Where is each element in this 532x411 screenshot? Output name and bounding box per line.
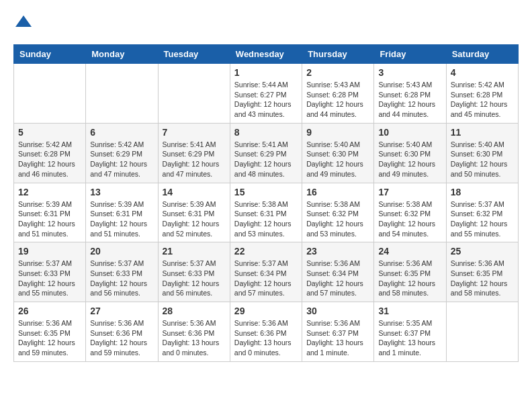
calendar-cell: 31Sunrise: 5:35 AM Sunset: 6:37 PM Dayli… <box>374 302 446 362</box>
weekday-header: Monday <box>86 45 158 64</box>
day-info: Sunrise: 5:39 AM Sunset: 6:31 PM Dayligh… <box>90 199 153 239</box>
day-number: 18 <box>451 187 514 197</box>
calendar-cell: 16Sunrise: 5:38 AM Sunset: 6:32 PM Dayli… <box>302 183 374 242</box>
calendar-cell: 4Sunrise: 5:42 AM Sunset: 6:28 PM Daylig… <box>446 64 518 124</box>
day-info: Sunrise: 5:36 AM Sunset: 6:34 PM Dayligh… <box>306 259 369 298</box>
day-number: 15 <box>234 187 298 197</box>
day-number: 6 <box>90 127 153 138</box>
day-info: Sunrise: 5:41 AM Sunset: 6:29 PM Dayligh… <box>234 140 298 179</box>
calendar-cell: 6Sunrise: 5:42 AM Sunset: 6:29 PM Daylig… <box>86 123 158 183</box>
day-number: 17 <box>378 187 441 197</box>
calendar-cell: 28Sunrise: 5:36 AM Sunset: 6:36 PM Dayli… <box>158 302 230 362</box>
calendar-cell <box>446 302 518 362</box>
calendar-week-row: 26Sunrise: 5:36 AM Sunset: 6:35 PM Dayli… <box>14 302 519 362</box>
calendar-week-row: 12Sunrise: 5:39 AM Sunset: 6:31 PM Dayli… <box>14 183 519 242</box>
day-info: Sunrise: 5:37 AM Sunset: 6:34 PM Dayligh… <box>234 259 298 298</box>
calendar-cell: 27Sunrise: 5:36 AM Sunset: 6:36 PM Dayli… <box>86 302 158 362</box>
day-number: 23 <box>306 246 369 257</box>
weekday-header: Wednesday <box>230 45 302 64</box>
calendar-cell: 8Sunrise: 5:41 AM Sunset: 6:29 PM Daylig… <box>230 123 302 183</box>
weekday-header: Saturday <box>446 45 518 64</box>
calendar-cell: 17Sunrise: 5:38 AM Sunset: 6:32 PM Dayli… <box>374 183 446 242</box>
calendar-cell: 25Sunrise: 5:36 AM Sunset: 6:35 PM Dayli… <box>446 242 518 302</box>
day-number: 25 <box>451 246 514 257</box>
day-number: 16 <box>306 187 369 197</box>
day-number: 14 <box>163 187 226 197</box>
day-info: Sunrise: 5:37 AM Sunset: 6:33 PM Dayligh… <box>18 259 81 298</box>
calendar-cell: 30Sunrise: 5:36 AM Sunset: 6:37 PM Dayli… <box>302 302 374 362</box>
day-number: 3 <box>378 67 441 78</box>
weekday-header: Sunday <box>14 45 86 64</box>
day-info: Sunrise: 5:38 AM Sunset: 6:31 PM Dayligh… <box>234 199 298 239</box>
weekday-header: Thursday <box>302 45 374 64</box>
calendar-cell <box>86 64 158 124</box>
weekday-header: Tuesday <box>158 45 230 64</box>
day-number: 4 <box>451 67 514 78</box>
day-info: Sunrise: 5:42 AM Sunset: 6:28 PM Dayligh… <box>18 140 81 179</box>
calendar: SundayMondayTuesdayWednesdayThursdayFrid… <box>13 44 519 362</box>
day-info: Sunrise: 5:36 AM Sunset: 6:35 PM Dayligh… <box>378 259 441 298</box>
calendar-cell: 24Sunrise: 5:36 AM Sunset: 6:35 PM Dayli… <box>374 242 446 302</box>
day-number: 22 <box>234 246 298 257</box>
day-number: 13 <box>90 187 153 197</box>
calendar-cell: 9Sunrise: 5:40 AM Sunset: 6:30 PM Daylig… <box>302 123 374 183</box>
calendar-week-row: 19Sunrise: 5:37 AM Sunset: 6:33 PM Dayli… <box>14 242 519 302</box>
page-header <box>13 13 519 34</box>
day-info: Sunrise: 5:36 AM Sunset: 6:37 PM Dayligh… <box>306 318 369 358</box>
day-info: Sunrise: 5:41 AM Sunset: 6:29 PM Dayligh… <box>163 140 226 179</box>
day-number: 30 <box>306 306 369 316</box>
day-info: Sunrise: 5:42 AM Sunset: 6:28 PM Dayligh… <box>451 80 514 120</box>
calendar-cell: 5Sunrise: 5:42 AM Sunset: 6:28 PM Daylig… <box>14 123 86 183</box>
logo-icon <box>13 13 34 34</box>
day-info: Sunrise: 5:36 AM Sunset: 6:36 PM Dayligh… <box>163 318 226 358</box>
calendar-cell <box>158 64 230 124</box>
calendar-cell: 29Sunrise: 5:36 AM Sunset: 6:36 PM Dayli… <box>230 302 302 362</box>
day-number: 19 <box>18 246 81 257</box>
day-info: Sunrise: 5:39 AM Sunset: 6:31 PM Dayligh… <box>163 199 226 239</box>
day-info: Sunrise: 5:44 AM Sunset: 6:27 PM Dayligh… <box>234 80 298 120</box>
day-info: Sunrise: 5:39 AM Sunset: 6:31 PM Dayligh… <box>18 199 81 239</box>
day-info: Sunrise: 5:43 AM Sunset: 6:28 PM Dayligh… <box>378 80 441 120</box>
day-info: Sunrise: 5:38 AM Sunset: 6:32 PM Dayligh… <box>306 199 369 239</box>
calendar-cell: 18Sunrise: 5:37 AM Sunset: 6:32 PM Dayli… <box>446 183 518 242</box>
logo <box>13 13 36 34</box>
calendar-cell: 13Sunrise: 5:39 AM Sunset: 6:31 PM Dayli… <box>86 183 158 242</box>
calendar-cell: 2Sunrise: 5:43 AM Sunset: 6:28 PM Daylig… <box>302 64 374 124</box>
day-info: Sunrise: 5:42 AM Sunset: 6:29 PM Dayligh… <box>90 140 153 179</box>
day-number: 29 <box>234 306 298 316</box>
day-info: Sunrise: 5:40 AM Sunset: 6:30 PM Dayligh… <box>378 140 441 179</box>
day-info: Sunrise: 5:36 AM Sunset: 6:35 PM Dayligh… <box>18 318 81 358</box>
day-info: Sunrise: 5:40 AM Sunset: 6:30 PM Dayligh… <box>306 140 369 179</box>
calendar-cell: 14Sunrise: 5:39 AM Sunset: 6:31 PM Dayli… <box>158 183 230 242</box>
day-info: Sunrise: 5:38 AM Sunset: 6:32 PM Dayligh… <box>378 199 441 239</box>
day-number: 10 <box>378 127 441 138</box>
day-number: 11 <box>451 127 514 138</box>
day-info: Sunrise: 5:37 AM Sunset: 6:33 PM Dayligh… <box>90 259 153 298</box>
day-number: 5 <box>18 127 81 138</box>
day-number: 2 <box>306 67 369 78</box>
day-number: 26 <box>18 306 81 316</box>
day-number: 9 <box>306 127 369 138</box>
day-info: Sunrise: 5:36 AM Sunset: 6:36 PM Dayligh… <box>90 318 153 358</box>
day-info: Sunrise: 5:37 AM Sunset: 6:33 PM Dayligh… <box>163 259 226 298</box>
day-number: 8 <box>234 127 298 138</box>
calendar-cell: 21Sunrise: 5:37 AM Sunset: 6:33 PM Dayli… <box>158 242 230 302</box>
day-info: Sunrise: 5:37 AM Sunset: 6:32 PM Dayligh… <box>451 199 514 239</box>
calendar-cell <box>14 64 86 124</box>
day-number: 7 <box>163 127 226 138</box>
calendar-cell: 19Sunrise: 5:37 AM Sunset: 6:33 PM Dayli… <box>14 242 86 302</box>
day-info: Sunrise: 5:36 AM Sunset: 6:35 PM Dayligh… <box>451 259 514 298</box>
day-number: 21 <box>163 246 226 257</box>
day-number: 27 <box>90 306 153 316</box>
day-number: 1 <box>234 67 298 78</box>
calendar-cell: 26Sunrise: 5:36 AM Sunset: 6:35 PM Dayli… <box>14 302 86 362</box>
calendar-week-row: 5Sunrise: 5:42 AM Sunset: 6:28 PM Daylig… <box>14 123 519 183</box>
day-info: Sunrise: 5:36 AM Sunset: 6:36 PM Dayligh… <box>234 318 298 358</box>
calendar-cell: 22Sunrise: 5:37 AM Sunset: 6:34 PM Dayli… <box>230 242 302 302</box>
calendar-cell: 15Sunrise: 5:38 AM Sunset: 6:31 PM Dayli… <box>230 183 302 242</box>
day-info: Sunrise: 5:43 AM Sunset: 6:28 PM Dayligh… <box>306 80 369 120</box>
day-number: 31 <box>378 306 441 316</box>
calendar-cell: 3Sunrise: 5:43 AM Sunset: 6:28 PM Daylig… <box>374 64 446 124</box>
calendar-header-row: SundayMondayTuesdayWednesdayThursdayFrid… <box>14 45 519 64</box>
calendar-cell: 20Sunrise: 5:37 AM Sunset: 6:33 PM Dayli… <box>86 242 158 302</box>
